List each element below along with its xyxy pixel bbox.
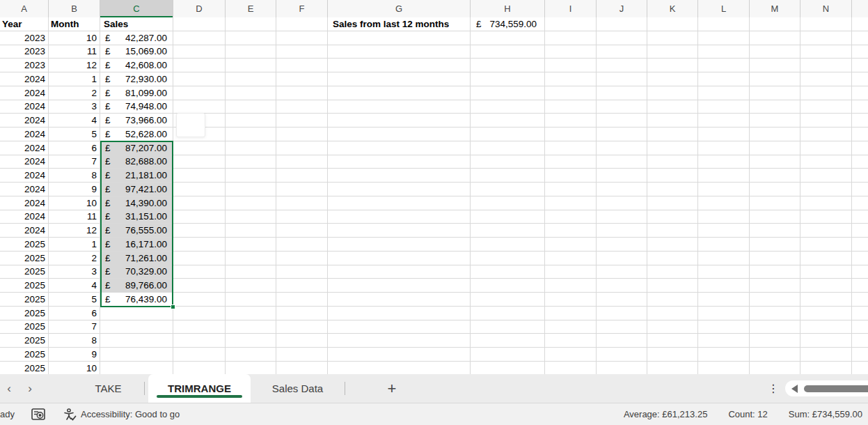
sheet-tab-take[interactable]: TAKE: [75, 374, 141, 403]
cell[interactable]: [597, 100, 647, 114]
cell[interactable]: [750, 196, 800, 210]
cell[interactable]: [226, 31, 276, 45]
cell[interactable]: [647, 279, 698, 293]
cell[interactable]: [597, 72, 647, 86]
active-cell[interactable]: £76,439.00: [100, 293, 173, 307]
cell[interactable]: [852, 320, 868, 334]
cell[interactable]: 2025: [0, 348, 49, 362]
cell[interactable]: [226, 362, 276, 374]
cell[interactable]: [597, 141, 647, 155]
cell[interactable]: [852, 279, 868, 293]
cell[interactable]: [852, 265, 868, 279]
cell[interactable]: £21,181.00: [100, 169, 173, 183]
cell[interactable]: 7: [49, 155, 100, 169]
cell[interactable]: [750, 86, 800, 100]
cell[interactable]: [100, 334, 173, 348]
sheet-tab-sales-data[interactable]: Sales Data: [251, 374, 345, 403]
cell[interactable]: [100, 307, 173, 320]
cell[interactable]: [276, 348, 328, 362]
cell[interactable]: [647, 141, 698, 155]
cell[interactable]: [750, 252, 800, 265]
cell[interactable]: [226, 114, 276, 128]
cell[interactable]: [545, 320, 597, 334]
cell[interactable]: [750, 348, 800, 362]
cell[interactable]: £15,069.00: [100, 45, 173, 59]
cell[interactable]: [545, 128, 597, 141]
cell[interactable]: [750, 128, 800, 141]
cell[interactable]: 7: [49, 320, 100, 334]
cell[interactable]: [800, 348, 852, 362]
cell[interactable]: [647, 128, 698, 141]
cell[interactable]: [100, 362, 173, 374]
column-header-N[interactable]: N: [800, 0, 852, 17]
cell[interactable]: [852, 72, 868, 86]
cell[interactable]: [173, 334, 226, 348]
cell[interactable]: £14,390.00: [100, 196, 173, 210]
cell[interactable]: [276, 86, 328, 100]
cell[interactable]: [226, 100, 276, 114]
cell[interactable]: [800, 334, 852, 348]
cell[interactable]: [750, 307, 800, 320]
cell[interactable]: £31,151.00: [100, 210, 173, 224]
cell[interactable]: [471, 169, 545, 183]
cell[interactable]: [471, 100, 545, 114]
cell[interactable]: [226, 141, 276, 155]
cell[interactable]: [173, 155, 226, 169]
cell[interactable]: £97,421.00: [100, 183, 173, 196]
cell[interactable]: [328, 100, 471, 114]
cell[interactable]: [597, 307, 647, 320]
cell[interactable]: 2025: [0, 279, 49, 293]
cell[interactable]: [545, 72, 597, 86]
cell[interactable]: [545, 169, 597, 183]
cell[interactable]: [276, 141, 328, 155]
cell[interactable]: [276, 265, 328, 279]
cell[interactable]: [545, 31, 597, 45]
cell[interactable]: [852, 45, 868, 59]
cell[interactable]: [276, 169, 328, 183]
cell[interactable]: [276, 210, 328, 224]
cell[interactable]: [647, 307, 698, 320]
cell[interactable]: [597, 114, 647, 128]
cell[interactable]: [750, 59, 800, 72]
cell[interactable]: 1: [49, 72, 100, 86]
cell[interactable]: [226, 293, 276, 307]
cell[interactable]: [800, 252, 852, 265]
tab-overflow-menu-icon[interactable]: ⋮: [764, 374, 782, 403]
cell[interactable]: [173, 141, 226, 155]
summary-value-cell[interactable]: £734,559.00: [471, 17, 545, 31]
cell[interactable]: [226, 155, 276, 169]
cell[interactable]: [545, 86, 597, 100]
cell[interactable]: [852, 86, 868, 100]
cell[interactable]: [276, 59, 328, 72]
cell[interactable]: [471, 320, 545, 334]
cell[interactable]: [597, 362, 647, 374]
cell[interactable]: £82,688.00: [100, 155, 173, 169]
cell[interactable]: [698, 238, 750, 252]
cell[interactable]: [647, 238, 698, 252]
cell[interactable]: [328, 279, 471, 293]
cell[interactable]: [597, 238, 647, 252]
cell[interactable]: 3: [49, 100, 100, 114]
cell[interactable]: [698, 169, 750, 183]
cell[interactable]: 8: [49, 334, 100, 348]
cell[interactable]: [276, 334, 328, 348]
cell[interactable]: [852, 252, 868, 265]
cell[interactable]: [852, 348, 868, 362]
cell[interactable]: £42,608.00: [100, 59, 173, 72]
cell[interactable]: [545, 238, 597, 252]
cell[interactable]: 2025: [0, 252, 49, 265]
horizontal-scrollbar[interactable]: [785, 380, 868, 396]
cell[interactable]: 6: [49, 141, 100, 155]
cell[interactable]: [647, 265, 698, 279]
cell[interactable]: [471, 31, 545, 45]
cell[interactable]: [276, 17, 328, 31]
cell[interactable]: [226, 169, 276, 183]
cell[interactable]: [698, 114, 750, 128]
cell[interactable]: [226, 183, 276, 196]
cell[interactable]: [276, 114, 328, 128]
cell[interactable]: [226, 86, 276, 100]
cell[interactable]: [750, 72, 800, 86]
cell[interactable]: 2024: [0, 72, 49, 86]
cell[interactable]: [800, 320, 852, 334]
cell[interactable]: [800, 279, 852, 293]
